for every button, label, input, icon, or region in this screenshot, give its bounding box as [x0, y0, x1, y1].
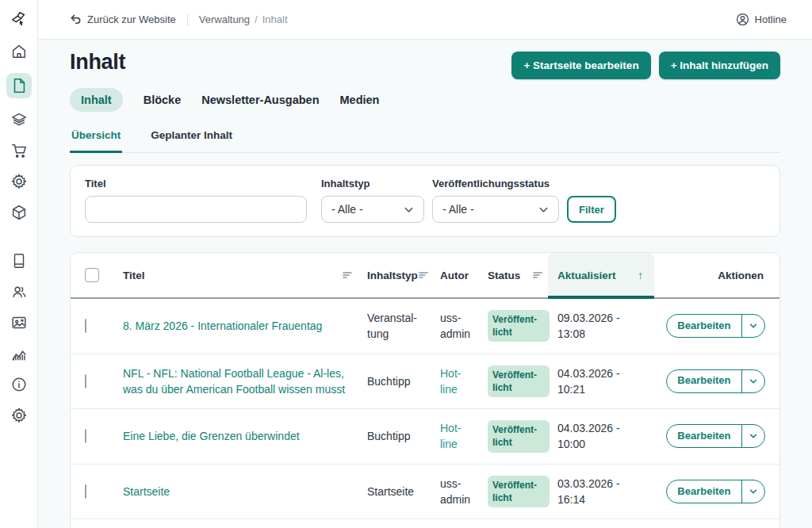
- edit-split-button[interactable]: Bearbeiten: [666, 314, 765, 338]
- chevron-down-icon: [749, 431, 758, 441]
- content-title-link[interactable]: 8. März 2026 - Internationaler Frauentag: [123, 319, 322, 332]
- content-type: Veranstal-tung: [367, 310, 440, 342]
- author-link[interactable]: Hot-line: [440, 367, 461, 396]
- table-row: NFL - NFL: National Football League - Al…: [71, 354, 779, 410]
- media-image-icon[interactable]: [10, 313, 29, 332]
- sort-icon[interactable]: [418, 270, 429, 280]
- chevron-down-icon: [749, 377, 758, 386]
- breadcrumb-parent[interactable]: Verwaltung: [199, 13, 250, 25]
- content-type: Startseite: [367, 484, 440, 499]
- table-row: Eine Liebe, die Grenzen überwindet Bucht…: [71, 409, 779, 465]
- column-status[interactable]: Status: [488, 270, 520, 281]
- content-author: uss-admin: [440, 310, 488, 342]
- subtab-uebersicht[interactable]: Übersicht: [70, 123, 122, 153]
- column-autor[interactable]: Autor: [440, 270, 469, 281]
- column-inhaltstyp[interactable]: Inhaltstyp: [367, 270, 418, 281]
- user-menu[interactable]: Hotline: [736, 13, 787, 26]
- status-badge: Veröffent-licht: [488, 310, 550, 342]
- edit-split-button[interactable]: Bearbeiten: [666, 369, 765, 393]
- row-checkbox[interactable]: [85, 484, 86, 499]
- app-logo-icon[interactable]: [10, 10, 29, 29]
- sort-asc-arrow-icon: ↑: [638, 270, 643, 281]
- status-badge: Veröffent-licht: [488, 365, 550, 397]
- edit-button-label[interactable]: Bearbeiten: [667, 370, 741, 392]
- column-titel[interactable]: Titel: [123, 270, 145, 281]
- edit-dropdown-toggle[interactable]: [742, 425, 764, 447]
- cart-icon[interactable]: [10, 141, 29, 160]
- content-title-link[interactable]: NFL - NFL: National Football League - Al…: [123, 367, 345, 396]
- filter-status-label: Veröffentlichungsstatus: [432, 178, 559, 189]
- edit-button-label[interactable]: Bearbeiten: [667, 480, 741, 503]
- tab-medien[interactable]: Medien: [340, 88, 380, 112]
- secondary-tabs: Übersicht Geplanter Inhalt: [70, 123, 780, 153]
- filter-title-input[interactable]: [85, 196, 307, 223]
- updated-timestamp: 09.03.2026 - 13:08: [557, 310, 654, 342]
- filter-panel: Titel Inhaltstyp - Alle - Veröffentlichu…: [70, 165, 780, 237]
- status-badge: Veröffent-licht: [488, 476, 550, 507]
- breadcrumb-separator: /: [255, 13, 258, 25]
- analytics-chart-icon[interactable]: [10, 344, 29, 363]
- chevron-down-icon: [404, 205, 414, 215]
- column-aktualisiert: Aktualisiert: [557, 270, 616, 281]
- content-document-icon[interactable]: [6, 73, 32, 98]
- tab-bloecke[interactable]: Blöcke: [144, 88, 182, 112]
- gear-icon[interactable]: [10, 172, 29, 191]
- chevron-down-icon: [749, 487, 758, 496]
- edit-dropdown-toggle[interactable]: [742, 315, 764, 337]
- column-aktionen: Aktionen: [718, 270, 764, 281]
- user-label: Hotline: [755, 13, 787, 25]
- edit-split-button[interactable]: Bearbeiten: [666, 424, 765, 448]
- page-title: Inhalt: [70, 50, 125, 75]
- table-row: 8. März 2026 - Internationaler Frauentag…: [71, 299, 779, 354]
- filter-title-label: Titel: [85, 178, 307, 189]
- primary-tabs: Inhalt Blöcke Newsletter-Ausgaben Medien: [70, 88, 780, 112]
- subtab-geplanter-inhalt[interactable]: Geplanter Inhalt: [149, 123, 234, 152]
- edit-split-button[interactable]: Bearbeiten: [666, 480, 765, 503]
- filter-type-label: Inhaltstyp: [321, 178, 424, 189]
- sort-icon[interactable]: [342, 270, 353, 280]
- filter-status-select[interactable]: - Alle -: [432, 196, 559, 223]
- edit-dropdown-toggle[interactable]: [742, 370, 764, 392]
- filter-status-value: - Alle -: [442, 203, 474, 216]
- row-checkbox[interactable]: [85, 429, 86, 443]
- table-row: Startseite Startseite uss-admin Veröffen…: [71, 465, 779, 520]
- filter-submit-button[interactable]: Filter: [567, 196, 616, 223]
- edit-frontpage-button[interactable]: + Startseite bearbeiten: [511, 52, 650, 79]
- row-checkbox[interactable]: [85, 374, 86, 388]
- main-area: Zurück zur Website Verwaltung / Inhalt H…: [38, 0, 812, 528]
- layers-icon[interactable]: [10, 110, 29, 129]
- settings-icon[interactable]: [10, 406, 29, 425]
- content-title-link[interactable]: Eine Liebe, die Grenzen überwindet: [123, 430, 300, 442]
- cube-icon[interactable]: [10, 203, 29, 222]
- column-aktualisiert-active[interactable]: Aktualisiert ↑: [548, 253, 654, 297]
- filter-type-value: - Alle -: [331, 203, 363, 216]
- back-label: Zurück zur Website: [87, 13, 176, 25]
- content-table: Titel Inhaltstyp Autor Status: [70, 252, 780, 528]
- author-link[interactable]: Hot-line: [440, 422, 461, 450]
- users-icon[interactable]: [10, 282, 29, 301]
- chevron-down-icon: [749, 321, 758, 331]
- content-type: Buchtipp: [367, 428, 440, 444]
- tab-inhalt[interactable]: Inhalt: [70, 88, 123, 112]
- info-icon[interactable]: [10, 375, 29, 394]
- updated-timestamp: 04.03.2026 - 10:21: [557, 365, 654, 398]
- header-actions: + Startseite bearbeiten + Inhalt hinzufü…: [511, 50, 780, 79]
- book-icon[interactable]: [10, 251, 29, 270]
- content: Inhalt + Startseite bearbeiten + Inhalt …: [38, 40, 812, 528]
- edit-button-label[interactable]: Bearbeiten: [667, 315, 741, 337]
- topbar: Zurück zur Website Verwaltung / Inhalt H…: [38, 0, 812, 40]
- status-badge: Veröffent-licht: [488, 420, 550, 452]
- add-content-button[interactable]: + Inhalt hinzufügen: [659, 52, 780, 79]
- tab-newsletter-ausgaben[interactable]: Newsletter-Ausgaben: [201, 88, 319, 112]
- content-title-link[interactable]: Startseite: [123, 485, 170, 498]
- select-all-checkbox[interactable]: [85, 268, 99, 282]
- breadcrumb-current: Inhalt: [262, 13, 288, 25]
- edit-button-label[interactable]: Bearbeiten: [667, 425, 741, 447]
- sort-icon[interactable]: [532, 270, 543, 280]
- back-to-website-link[interactable]: Zurück zur Website: [70, 13, 176, 25]
- row-checkbox[interactable]: [85, 319, 86, 333]
- edit-dropdown-toggle[interactable]: [742, 480, 764, 503]
- home-icon[interactable]: [10, 42, 29, 61]
- filter-type-select[interactable]: - Alle -: [321, 196, 424, 223]
- table-header-row: Titel Inhaltstyp Autor Status: [71, 253, 779, 299]
